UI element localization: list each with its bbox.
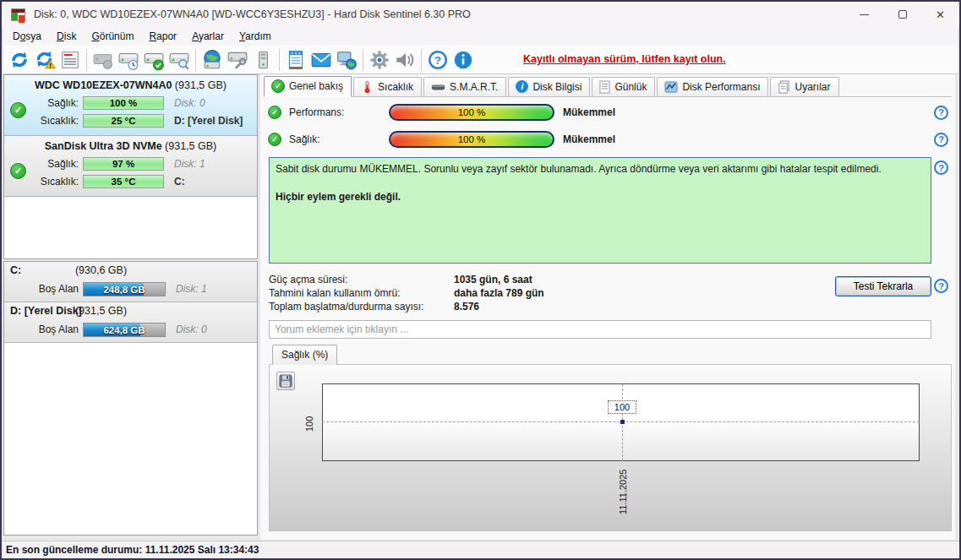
partition-size: (931,5 GB) (4, 305, 198, 317)
disk-list-item-sandisk[interactable]: SanDisk Ultra 3D NVMe (931,5 GB) ✓ Sağlı… (4, 136, 257, 197)
disk-index: Disk: 1 (176, 283, 207, 295)
help-icon[interactable]: ? (934, 106, 948, 120)
health-bar: 100 % (389, 131, 554, 148)
thermometer-icon (361, 80, 374, 94)
maximize-button[interactable] (883, 2, 921, 27)
stat-label: Güç açma süresi: (269, 274, 454, 285)
tab-genel-bakis[interactable]: ✓ Genel bakış (264, 76, 352, 97)
disk-offline-icon[interactable] (90, 47, 116, 73)
toolbar-separator (279, 49, 280, 71)
disk-search-icon[interactable] (167, 47, 192, 73)
stat-label: Tahmini kalan kullanım ömrü: (269, 287, 454, 299)
volume-letter: D: [Yerel Disk] (174, 115, 243, 127)
help-icon[interactable]: ? (934, 160, 948, 175)
stat-value: 8.576 (454, 301, 479, 313)
maximize-icon (898, 10, 907, 19)
help-icon[interactable]: ? (425, 47, 450, 73)
retest-button[interactable]: Testi Tekrarla (835, 276, 931, 296)
comment-input[interactable] (269, 320, 931, 339)
close-icon: ✕ (936, 8, 945, 21)
menu-dosya[interactable]: Dosya (5, 29, 49, 44)
mail-icon[interactable] (309, 47, 334, 73)
stat-row: Güç açma süresi: 1035 gün, 6 saat (269, 273, 544, 286)
tab-uyarilar[interactable]: Uyarılar (770, 77, 838, 96)
tab-disk-performansi[interactable]: Disk Performansı (657, 77, 768, 96)
partition-size: (930,6 GB) (4, 264, 198, 276)
disk-size: (931,5 GB) (175, 79, 227, 91)
help-icon[interactable]: ? (934, 133, 948, 147)
chart-x-tick: 11.11.2025 (618, 470, 628, 514)
disk-list-item-wdc[interactable]: WDC WD10EZEX-07WN4A0 (931,5 GB) ✓ Sağlık… (4, 75, 257, 136)
refresh-icon[interactable] (7, 47, 32, 73)
chart-tab-saglik[interactable]: Sağlık (%) (272, 345, 337, 365)
tab-disk-bilgisi[interactable]: i Disk Bilgisi (508, 77, 590, 96)
free-space-label: Boş Alan (30, 283, 79, 295)
menu-gorunum[interactable]: Görünüm (84, 29, 141, 44)
pages-icon (778, 80, 790, 94)
title-bar: Disk: 0, WDC WD10EZEX-07WN4A0 [WD-WCC6Y3… (2, 2, 959, 27)
tab-smart[interactable]: S.M.A.R.T. (423, 77, 506, 96)
app-window: Disk: 0, WDC WD10EZEX-07WN4A0 [WD-WCC6Y3… (0, 0, 961, 560)
network-status-icon[interactable] (334, 47, 359, 73)
app-logo-icon (11, 8, 25, 21)
temperature-bar: 25 °C (83, 114, 164, 128)
menu-disk[interactable]: Disk (49, 29, 84, 44)
free-space-value: 248,8 GB (84, 283, 165, 296)
tab-label: Uyarılar (794, 81, 830, 93)
toolbar-separator (421, 49, 422, 71)
free-space-bar: 248,8 GB (83, 282, 166, 296)
tab-label: Disk Bilgisi (532, 81, 582, 93)
tab-gunluk[interactable]: Günlük (592, 77, 655, 96)
settings-gear-icon[interactable] (367, 47, 392, 73)
disk-globe-icon[interactable] (199, 47, 225, 73)
partition-list: C: (930,6 GB) Boş Alan 248,8 GB Disk: 1 … (3, 261, 258, 536)
floppy-save-icon (279, 374, 292, 388)
performance-label: Performans: (289, 106, 382, 118)
chart-data-point (620, 420, 625, 424)
health-bar: 100 % (83, 96, 164, 110)
menu-rapor[interactable]: Rapor (141, 29, 184, 44)
status-message-line1: Sabit disk durumu MÜKEMMEL. Sorunlu veya… (276, 162, 925, 177)
disk-name: WDC WD10EZEX-07WN4A0 (35, 79, 172, 91)
status-message-line2: Hiçbir eylem gerekli değil. (276, 190, 925, 204)
chart-y-tick: 100 (304, 416, 314, 432)
check-circle-icon: ✓ (268, 106, 281, 119)
disk-check-icon[interactable] (141, 47, 167, 73)
partition-item-c[interactable]: C: (930,6 GB) Boş Alan 248,8 GB Disk: 1 (4, 262, 257, 302)
tab-sicaklik[interactable]: Sıcaklık (353, 77, 422, 96)
performance-bar: 100 % (389, 104, 554, 121)
disk-ok-icon: ✓ (10, 102, 26, 118)
sounds-speaker-icon[interactable] (392, 47, 418, 73)
temperature-label: Sıcaklık: (30, 176, 79, 188)
minimize-icon (860, 14, 869, 15)
health-label: Sağlık: (30, 158, 79, 170)
menu-ayarlar[interactable]: Ayarlar (184, 29, 232, 44)
disk-clock-icon[interactable] (116, 47, 141, 73)
temperature-label: Sıcaklık: (30, 115, 79, 127)
help-icon[interactable]: ? (934, 279, 948, 293)
log-notepad-icon[interactable] (283, 47, 309, 73)
save-chart-button[interactable] (276, 372, 295, 390)
disk-eject-icon[interactable] (250, 47, 276, 73)
health-chart-panel: 100 100 11.11.2025 (269, 364, 952, 531)
partition-item-d[interactable]: D: [Yerel Disk] (931,5 GB) Boş Alan 624,… (4, 302, 257, 343)
refresh-warning-icon[interactable] (32, 47, 57, 73)
tab-label: Sıcaklık (378, 81, 413, 93)
info-icon[interactable] (450, 47, 476, 73)
stat-label: Toplam başlatma/durdurma sayısı: (269, 301, 454, 313)
disk-tools-icon[interactable] (225, 47, 250, 73)
toolbar-separator (363, 49, 363, 71)
free-space-label: Boş Alan (30, 323, 79, 335)
report-icon[interactable] (57, 47, 83, 73)
close-button[interactable]: ✕ (921, 2, 959, 27)
performance-rating: Mükemmel (563, 106, 615, 118)
health-label: Sağlık: (289, 133, 382, 145)
disk-index: Disk: 0 (174, 97, 205, 109)
registration-notice-link[interactable]: Kayıtlı olmayan sürüm, lütfen kayıt olun… (523, 53, 726, 65)
status-bar-text: En son güncelleme durumu: 11.11.2025 Sal… (6, 544, 259, 556)
menu-yardim[interactable]: Yardım (232, 29, 279, 44)
minimize-button[interactable] (845, 2, 883, 27)
disk-size: (931,5 GB) (165, 140, 216, 152)
disk-index: Disk: 1 (174, 158, 205, 170)
disk-ok-icon: ✓ (10, 163, 26, 179)
